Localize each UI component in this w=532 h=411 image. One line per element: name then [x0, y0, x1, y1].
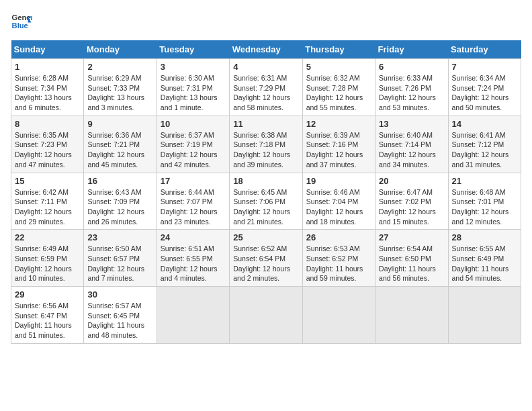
day-info: Sunrise: 6:46 AMSunset: 7:04 PMDaylight:… [306, 187, 371, 227]
calendar-cell [375, 287, 448, 344]
day-info: Sunrise: 6:48 AMSunset: 7:01 PMDaylight:… [452, 187, 517, 227]
calendar-cell: 6Sunrise: 6:33 AMSunset: 7:26 PMDaylight… [375, 59, 448, 116]
day-info: Sunrise: 6:31 AMSunset: 7:29 PMDaylight:… [233, 73, 298, 113]
calendar-cell: 28Sunrise: 6:55 AMSunset: 6:49 PMDayligh… [448, 230, 521, 287]
day-number: 5 [306, 62, 371, 72]
day-info: Sunrise: 6:49 AMSunset: 6:59 PMDaylight:… [15, 244, 80, 283]
calendar-cell: 15Sunrise: 6:42 AMSunset: 7:11 PMDayligh… [11, 173, 84, 230]
day-info: Sunrise: 6:42 AMSunset: 7:11 PMDaylight:… [15, 187, 80, 227]
calendar-cell: 10Sunrise: 6:37 AMSunset: 7:19 PMDayligh… [157, 116, 229, 173]
day-info: Sunrise: 6:35 AMSunset: 7:23 PMDaylight:… [15, 130, 80, 170]
day-info: Sunrise: 6:56 AMSunset: 6:47 PMDaylight:… [15, 301, 80, 340]
day-number: 11 [233, 119, 298, 129]
calendar-cell: 9Sunrise: 6:36 AMSunset: 7:21 PMDaylight… [84, 116, 157, 173]
calendar-cell: 17Sunrise: 6:44 AMSunset: 7:07 PMDayligh… [157, 173, 229, 230]
day-info: Sunrise: 6:39 AMSunset: 7:16 PMDaylight:… [306, 130, 371, 170]
calendar-week-5: 29Sunrise: 6:56 AMSunset: 6:47 PMDayligh… [11, 287, 521, 344]
day-info: Sunrise: 6:29 AMSunset: 7:33 PMDaylight:… [87, 73, 152, 113]
calendar-cell: 7Sunrise: 6:34 AMSunset: 7:24 PMDaylight… [448, 59, 521, 116]
day-number: 15 [15, 176, 80, 186]
day-number: 14 [452, 119, 517, 129]
calendar-cell: 5Sunrise: 6:32 AMSunset: 7:28 PMDaylight… [302, 59, 375, 116]
day-header-tuesday: Tuesday [157, 40, 229, 59]
page-header: General Blue [11, 11, 521, 32]
day-number: 3 [161, 62, 226, 72]
calendar-cell: 16Sunrise: 6:43 AMSunset: 7:09 PMDayligh… [84, 173, 157, 230]
day-info: Sunrise: 6:55 AMSunset: 6:49 PMDaylight:… [452, 244, 517, 283]
day-info: Sunrise: 6:53 AMSunset: 6:52 PMDaylight:… [306, 244, 371, 283]
day-info: Sunrise: 6:30 AMSunset: 7:31 PMDaylight:… [161, 73, 226, 113]
calendar-cell: 1Sunrise: 6:28 AMSunset: 7:34 PMDaylight… [11, 59, 84, 116]
day-number: 22 [15, 232, 80, 242]
calendar-week-4: 22Sunrise: 6:49 AMSunset: 6:59 PMDayligh… [11, 230, 521, 287]
calendar-cell: 27Sunrise: 6:54 AMSunset: 6:50 PMDayligh… [375, 230, 448, 287]
day-info: Sunrise: 6:51 AMSunset: 6:55 PMDaylight:… [161, 244, 226, 283]
day-header-wednesday: Wednesday [230, 40, 302, 59]
day-info: Sunrise: 6:36 AMSunset: 7:21 PMDaylight:… [87, 130, 152, 170]
day-number: 2 [87, 62, 152, 72]
calendar-week-1: 1Sunrise: 6:28 AMSunset: 7:34 PMDaylight… [11, 59, 521, 116]
day-info: Sunrise: 6:41 AMSunset: 7:12 PMDaylight:… [452, 130, 517, 170]
svg-text:Blue: Blue [12, 21, 28, 30]
calendar-cell: 19Sunrise: 6:46 AMSunset: 7:04 PMDayligh… [302, 173, 375, 230]
day-number: 21 [452, 176, 517, 186]
calendar-week-2: 8Sunrise: 6:35 AMSunset: 7:23 PMDaylight… [11, 116, 521, 173]
day-header-sunday: Sunday [11, 40, 84, 59]
day-header-monday: Monday [84, 40, 157, 59]
calendar-cell: 24Sunrise: 6:51 AMSunset: 6:55 PMDayligh… [157, 230, 229, 287]
day-number: 4 [233, 62, 298, 72]
day-number: 10 [161, 119, 226, 129]
day-info: Sunrise: 6:40 AMSunset: 7:14 PMDaylight:… [379, 130, 444, 170]
calendar-cell: 12Sunrise: 6:39 AMSunset: 7:16 PMDayligh… [302, 116, 375, 173]
day-number: 30 [87, 289, 152, 300]
day-number: 13 [379, 119, 444, 129]
day-number: 18 [233, 176, 298, 186]
calendar-cell: 25Sunrise: 6:52 AMSunset: 6:54 PMDayligh… [230, 230, 302, 287]
logo-icon: General Blue [11, 11, 32, 32]
calendar-cell [448, 287, 521, 344]
day-number: 25 [233, 232, 298, 242]
day-number: 27 [379, 232, 444, 242]
day-header-saturday: Saturday [448, 40, 521, 59]
day-info: Sunrise: 6:50 AMSunset: 6:57 PMDaylight:… [87, 244, 152, 283]
day-info: Sunrise: 6:37 AMSunset: 7:19 PMDaylight:… [161, 130, 226, 170]
day-number: 9 [87, 119, 152, 129]
calendar-cell: 21Sunrise: 6:48 AMSunset: 7:01 PMDayligh… [448, 173, 521, 230]
day-number: 1 [15, 62, 80, 72]
day-info: Sunrise: 6:52 AMSunset: 6:54 PMDaylight:… [233, 244, 298, 283]
calendar-cell: 3Sunrise: 6:30 AMSunset: 7:31 PMDaylight… [157, 59, 229, 116]
day-info: Sunrise: 6:34 AMSunset: 7:24 PMDaylight:… [452, 73, 517, 113]
day-info: Sunrise: 6:57 AMSunset: 6:45 PMDaylight:… [87, 301, 152, 340]
day-info: Sunrise: 6:44 AMSunset: 7:07 PMDaylight:… [161, 187, 226, 227]
calendar-cell: 14Sunrise: 6:41 AMSunset: 7:12 PMDayligh… [448, 116, 521, 173]
calendar-cell [302, 287, 375, 344]
calendar-cell: 2Sunrise: 6:29 AMSunset: 7:33 PMDaylight… [84, 59, 157, 116]
day-info: Sunrise: 6:32 AMSunset: 7:28 PMDaylight:… [306, 73, 371, 113]
day-info: Sunrise: 6:38 AMSunset: 7:18 PMDaylight:… [233, 130, 298, 170]
calendar-cell: 29Sunrise: 6:56 AMSunset: 6:47 PMDayligh… [11, 287, 84, 344]
calendar-header-row: SundayMondayTuesdayWednesdayThursdayFrid… [11, 40, 521, 59]
day-info: Sunrise: 6:45 AMSunset: 7:06 PMDaylight:… [233, 187, 298, 227]
day-info: Sunrise: 6:54 AMSunset: 6:50 PMDaylight:… [379, 244, 444, 283]
day-number: 20 [379, 176, 444, 186]
calendar-cell: 26Sunrise: 6:53 AMSunset: 6:52 PMDayligh… [302, 230, 375, 287]
calendar-cell: 23Sunrise: 6:50 AMSunset: 6:57 PMDayligh… [84, 230, 157, 287]
calendar-table: SundayMondayTuesdayWednesdayThursdayFrid… [11, 40, 521, 344]
day-number: 12 [306, 119, 371, 129]
day-header-friday: Friday [375, 40, 448, 59]
logo: General Blue [11, 11, 35, 32]
day-number: 29 [15, 289, 80, 300]
day-number: 16 [87, 176, 152, 186]
calendar-week-3: 15Sunrise: 6:42 AMSunset: 7:11 PMDayligh… [11, 173, 521, 230]
calendar-cell: 18Sunrise: 6:45 AMSunset: 7:06 PMDayligh… [230, 173, 302, 230]
day-number: 6 [379, 62, 444, 72]
calendar-cell: 8Sunrise: 6:35 AMSunset: 7:23 PMDaylight… [11, 116, 84, 173]
day-info: Sunrise: 6:43 AMSunset: 7:09 PMDaylight:… [87, 187, 152, 227]
day-number: 24 [161, 232, 226, 242]
day-number: 19 [306, 176, 371, 186]
day-info: Sunrise: 6:28 AMSunset: 7:34 PMDaylight:… [15, 73, 80, 113]
day-number: 23 [87, 232, 152, 242]
day-number: 8 [15, 119, 80, 129]
calendar-cell [157, 287, 229, 344]
day-number: 28 [452, 232, 517, 242]
